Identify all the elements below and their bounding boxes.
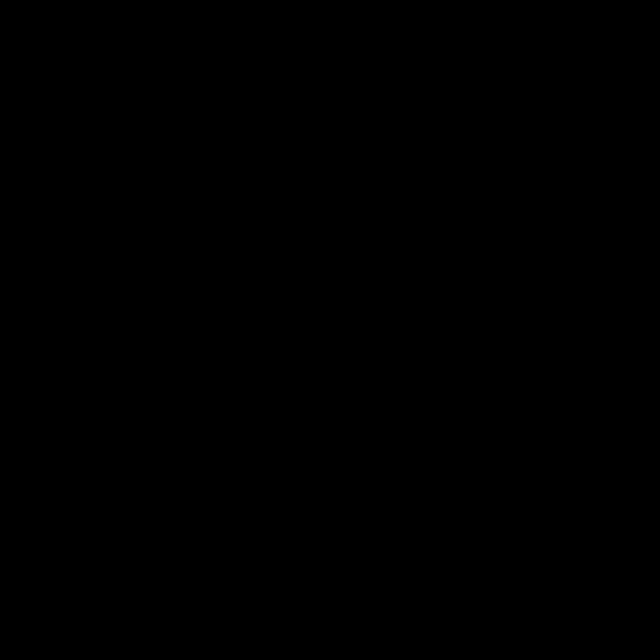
chart-container bbox=[0, 0, 644, 644]
curve-layer bbox=[24, 24, 620, 620]
plot-area bbox=[24, 24, 620, 620]
